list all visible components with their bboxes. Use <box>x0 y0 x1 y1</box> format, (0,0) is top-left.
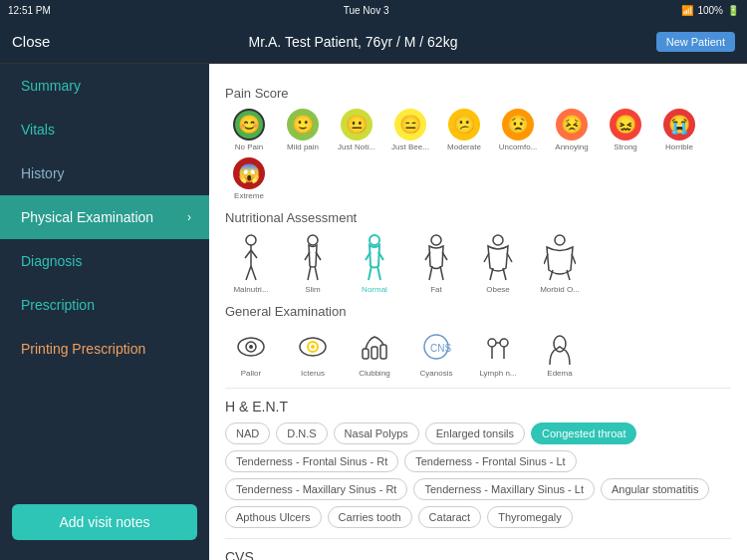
pain-item[interactable]: 😱 Extreme <box>225 157 273 200</box>
nutrition-item[interactable]: Obese <box>472 233 524 294</box>
nutrition-row: Malnutri... Slim Normal Fat Obese Morbid… <box>225 233 731 294</box>
nutrition-icon <box>418 233 454 283</box>
pain-item[interactable]: 😊 No Pain <box>225 109 273 151</box>
pain-item[interactable]: 😐 Just Noti... <box>333 109 380 151</box>
pain-item[interactable]: 😣 Annoying <box>548 109 596 151</box>
close-button[interactable]: Close <box>12 33 50 50</box>
pain-score-section: Pain Score 😊 No Pain 🙂 Mild pain 😐 Just … <box>225 86 731 200</box>
svg-line-2 <box>245 250 251 258</box>
pain-item[interactable]: 😑 Just Bee... <box>386 109 434 151</box>
pain-label: Extreme <box>234 191 264 200</box>
nutrition-icon <box>480 233 516 283</box>
status-date: Tue Nov 3 <box>344 5 389 16</box>
hent-tag[interactable]: Tenderness - Frontal Sinus - Rt <box>225 450 398 472</box>
hent-tag[interactable]: NAD <box>225 422 270 444</box>
sidebar-item-history[interactable]: History <box>0 151 209 195</box>
pain-item[interactable]: 😖 Strong <box>602 109 649 151</box>
exam-item[interactable]: CNS Cyanosis <box>410 327 462 378</box>
hent-tag[interactable]: Congested throat <box>531 422 636 444</box>
svg-point-11 <box>370 235 379 245</box>
hent-tag[interactable]: Tenderness - Maxillary Sinus - Lt <box>413 478 595 500</box>
svg-point-0 <box>246 235 256 245</box>
exam-label: Cyanosis <box>420 369 453 378</box>
add-visit-notes-button[interactable]: Add visit notes <box>12 504 197 540</box>
main-layout: Summary Vitals History Physical Examinat… <box>0 64 747 560</box>
hent-section: H & E.N.T NADD.N.SNasal PolypsEnlarged t… <box>225 399 731 528</box>
hent-tag[interactable]: Nasal Polyps <box>334 422 419 444</box>
status-bar: 12:51 PM Tue Nov 3 📶 100% 🔋 <box>0 0 747 20</box>
exam-label: Edema <box>547 369 572 378</box>
exam-icon <box>295 327 331 367</box>
general-examination-section: General Examination Pallor Icterus Clubb… <box>225 304 731 378</box>
exam-item[interactable]: Lymph n... <box>472 327 524 378</box>
hent-tag[interactable]: Thyromegaly <box>487 506 573 528</box>
svg-line-22 <box>484 253 489 262</box>
svg-point-16 <box>431 235 441 245</box>
nutritional-title: Nutritional Assessment <box>225 210 731 225</box>
pain-score-row: 😊 No Pain 🙂 Mild pain 😐 Just Noti... 😑 J… <box>225 109 731 200</box>
nutrition-label: Malnutri... <box>233 285 268 294</box>
exam-label: Lymph n... <box>479 369 516 378</box>
sidebar-item-printing-prescription[interactable]: Printing Prescription <box>0 327 209 371</box>
nutrition-label: Obese <box>486 285 510 294</box>
svg-line-5 <box>251 266 256 280</box>
pain-icon: 😭 <box>663 109 695 140</box>
nutrition-item[interactable]: Slim <box>287 233 339 294</box>
pain-item[interactable]: 😟 Uncomfo... <box>494 109 542 151</box>
nutrition-item[interactable]: Morbid O... <box>534 233 586 294</box>
sidebar-item-vitals[interactable]: Vitals <box>0 108 209 151</box>
pain-icon: 😣 <box>556 109 588 140</box>
exam-item[interactable]: Icterus <box>287 327 339 378</box>
hent-tag[interactable]: Angular stomatitis <box>601 478 709 500</box>
header: Close Mr.A. Test Patient, 76yr / M / 62k… <box>0 20 747 64</box>
hent-tag[interactable]: Tenderness - Frontal Sinus - Lt <box>404 450 576 472</box>
svg-point-26 <box>555 235 565 245</box>
pain-item[interactable]: 🙂 Mild pain <box>279 109 327 151</box>
exam-icon <box>357 327 392 367</box>
svg-line-3 <box>251 250 257 258</box>
sidebar-item-prescription[interactable]: Prescription <box>0 283 209 327</box>
divider-1 <box>225 388 731 389</box>
wifi-icon: 📶 <box>681 5 693 16</box>
svg-line-23 <box>507 253 512 262</box>
svg-point-44 <box>554 336 566 352</box>
pain-icon: 😕 <box>448 109 480 140</box>
pain-item[interactable]: 😭 Horrible <box>655 109 703 151</box>
sidebar-item-summary[interactable]: Summary <box>0 64 209 108</box>
pain-item[interactable]: 😕 Moderate <box>440 109 488 151</box>
hent-tag[interactable]: D.N.S <box>276 422 327 444</box>
hent-tag[interactable]: Carries tooth <box>328 506 412 528</box>
svg-rect-37 <box>363 349 369 359</box>
exam-item[interactable]: Clubbing <box>349 327 400 378</box>
chevron-right-icon: › <box>187 210 191 224</box>
sidebar-item-physical-examination[interactable]: Physical Examination › <box>0 195 209 239</box>
exam-item[interactable]: Edema <box>534 327 586 378</box>
exam-label: Icterus <box>301 369 325 378</box>
exam-row: Pallor Icterus Clubbing CNS Cyanosis Lym… <box>225 327 731 378</box>
svg-line-19 <box>429 266 432 280</box>
new-patient-button[interactable]: New Patient <box>656 32 735 52</box>
nutrition-label: Morbid O... <box>540 285 580 294</box>
hent-tag[interactable]: Cataract <box>418 506 482 528</box>
svg-line-10 <box>315 266 318 280</box>
nutritional-assessment-section: Nutritional Assessment Malnutri... Slim … <box>225 210 731 294</box>
exam-item[interactable]: Pallor <box>225 327 277 378</box>
pain-label: Annoying <box>555 142 588 151</box>
hent-tag[interactable]: Tenderness - Maxillary Sinus - Rt <box>225 478 407 500</box>
nutrition-icon <box>542 233 578 283</box>
pain-score-title: Pain Score <box>225 86 731 101</box>
nutrition-label: Slim <box>305 285 321 294</box>
nutrition-item[interactable]: Malnutri... <box>225 233 277 294</box>
exam-icon <box>233 327 269 367</box>
hent-tag[interactable]: Enlarged tonsils <box>425 422 525 444</box>
nutrition-item[interactable]: Normal <box>349 233 400 294</box>
svg-line-15 <box>377 266 380 280</box>
nutrition-item[interactable]: Fat <box>410 233 462 294</box>
svg-text:CNS: CNS <box>430 343 451 354</box>
sidebar-item-diagnosis[interactable]: Diagnosis <box>0 239 209 283</box>
sidebar: Summary Vitals History Physical Examinat… <box>0 64 209 560</box>
svg-point-42 <box>488 339 496 347</box>
svg-point-21 <box>493 235 503 245</box>
hent-tag-row: NADD.N.SNasal PolypsEnlarged tonsilsCong… <box>225 422 731 528</box>
hent-tag[interactable]: Apthous Ulcers <box>225 506 322 528</box>
